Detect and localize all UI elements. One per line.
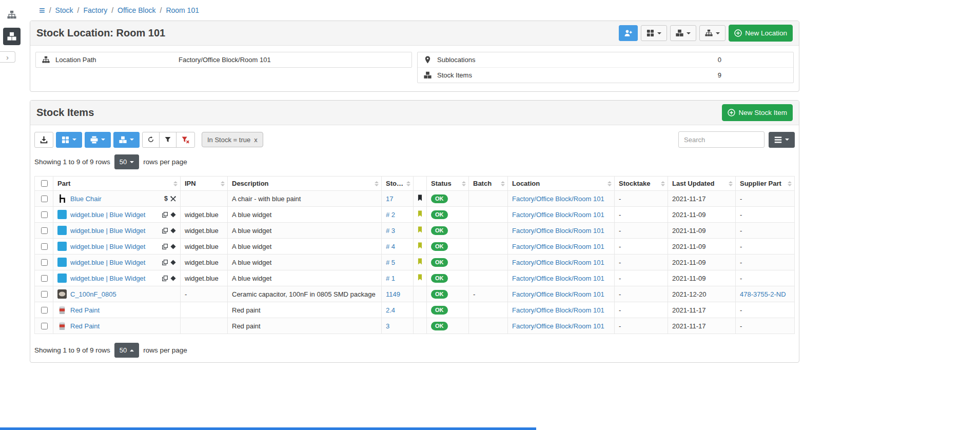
- location-actions-button[interactable]: [699, 25, 726, 41]
- last-updated-cell: 2021-11-17: [668, 191, 736, 207]
- stock-quantity-link[interactable]: # 4: [386, 243, 395, 250]
- caret-down-icon: [72, 139, 76, 141]
- table-row[interactable]: widget.blue | Blue Widget widget.blue A …: [35, 270, 795, 286]
- column-header-last-updated[interactable]: Last Updated: [668, 177, 736, 191]
- search-input[interactable]: [678, 131, 765, 148]
- stock-quantity-link[interactable]: 17: [386, 195, 393, 203]
- part-link[interactable]: widget.blue | Blue Widget: [70, 259, 145, 266]
- row-checkbox[interactable]: [41, 307, 48, 314]
- supplier-part-link[interactable]: 478-3755-2-ND: [740, 290, 786, 298]
- description-cell: Red paint: [228, 318, 382, 334]
- filter-button[interactable]: [159, 132, 177, 148]
- column-header-ipn[interactable]: IPN: [181, 177, 228, 191]
- stock-quantity-link[interactable]: 3: [386, 322, 389, 330]
- part-thumbnail: [57, 210, 67, 219]
- export-button[interactable]: [34, 132, 53, 148]
- stock-quantity-link[interactable]: # 1: [386, 275, 395, 282]
- part-link[interactable]: Blue Chair: [70, 195, 102, 203]
- table-row[interactable]: widget.blue | Blue Widget widget.blue A …: [35, 223, 795, 239]
- part-link[interactable]: widget.blue | Blue Widget: [70, 227, 145, 234]
- part-link[interactable]: widget.blue | Blue Widget: [70, 275, 145, 282]
- column-header-description[interactable]: Description: [228, 177, 382, 191]
- stocktake-cell: -: [615, 207, 668, 223]
- stock-quantity-link[interactable]: # 2: [386, 211, 395, 219]
- part-link[interactable]: widget.blue | Blue Widget: [70, 211, 145, 219]
- table-row[interactable]: widget.blue | Blue Widget widget.blue A …: [35, 207, 795, 223]
- table-row[interactable]: Blue Chair $ A chair - with blue paint 1…: [35, 191, 795, 207]
- table-row[interactable]: Red Paint Red paint 2.4 OK Factory/Offic…: [35, 302, 795, 318]
- location-link[interactable]: Factory/Office Block/Room 101: [512, 306, 604, 314]
- sidebar-item-stock[interactable]: [3, 28, 21, 45]
- stocktake-cell: -: [615, 223, 668, 239]
- location-link[interactable]: Factory/Office Block/Room 101: [512, 211, 604, 219]
- column-header-supplier-part[interactable]: Supplier Part: [736, 177, 795, 191]
- location-link[interactable]: Factory/Office Block/Room 101: [512, 195, 604, 203]
- table-row[interactable]: widget.blue | Blue Widget widget.blue A …: [35, 255, 795, 270]
- location-link[interactable]: Factory/Office Block/Room 101: [512, 243, 604, 250]
- column-header-location[interactable]: Location: [508, 177, 615, 191]
- stock-actions-button[interactable]: [670, 25, 696, 41]
- breadcrumb-link-office-block[interactable]: Office Block: [117, 6, 155, 14]
- part-thumbnail: [57, 305, 67, 315]
- location-link[interactable]: Factory/Office Block/Room 101: [512, 322, 604, 330]
- row-checkbox[interactable]: [41, 227, 48, 234]
- template-copy-icon: [162, 244, 168, 249]
- plus-circle-icon: [728, 109, 735, 116]
- column-select-button[interactable]: [769, 132, 795, 148]
- row-checkbox[interactable]: [41, 196, 48, 202]
- caret-down-icon: [657, 32, 661, 34]
- row-checkbox[interactable]: [41, 243, 48, 250]
- row-checkbox[interactable]: [41, 275, 48, 282]
- part-link[interactable]: C_100nF_0805: [70, 290, 116, 298]
- row-checkbox[interactable]: [41, 211, 48, 218]
- table-row[interactable]: C_100nF_0805 - Ceramic capacitor, 100nF …: [35, 286, 795, 302]
- location-link[interactable]: Factory/Office Block/Room 101: [512, 227, 604, 234]
- breadcrumb-link-factory[interactable]: Factory: [83, 6, 107, 14]
- new-stock-item-button[interactable]: New Stock Item: [722, 104, 793, 121]
- clear-filters-button[interactable]: [176, 132, 195, 148]
- stock-quantity-link[interactable]: # 3: [386, 227, 395, 234]
- barcode-actions-button[interactable]: [641, 25, 667, 41]
- column-header-batch[interactable]: Batch: [469, 177, 508, 191]
- breadcrumb-link-stock[interactable]: Stock: [55, 6, 73, 14]
- page-size-dropdown[interactable]: 50: [114, 343, 139, 358]
- table-row[interactable]: widget.blue | Blue Widget widget.blue A …: [35, 239, 795, 255]
- location-link[interactable]: Factory/Office Block/Room 101: [512, 259, 604, 266]
- print-actions-button[interactable]: [85, 132, 111, 148]
- select-all-checkbox[interactable]: [41, 180, 48, 187]
- row-checkbox[interactable]: [41, 323, 48, 329]
- sidebar-item-parts[interactable]: [3, 6, 21, 24]
- location-link[interactable]: Factory/Office Block/Room 101: [512, 290, 604, 298]
- stock-quantity-link[interactable]: # 5: [386, 259, 395, 266]
- assign-user-button[interactable]: [619, 25, 638, 41]
- stock-quantity-link[interactable]: 1149: [386, 290, 400, 298]
- sort-icon: [788, 181, 792, 186]
- page-size-value: 50: [120, 158, 127, 166]
- column-header-stocktake[interactable]: Stocktake: [615, 177, 668, 191]
- menu-icon[interactable]: ≡: [39, 5, 45, 15]
- last-updated-cell: 2021-11-17: [668, 302, 736, 318]
- stock-items-card: Stock Items New Stock Item In Stock = tr…: [30, 100, 799, 363]
- showing-rows-text: Showing 1 to 9 of 9 rows: [34, 346, 110, 354]
- sidebar-expand-button[interactable]: ›: [0, 51, 15, 63]
- remove-filter-icon[interactable]: x: [254, 136, 258, 144]
- table-row[interactable]: Red Paint Red paint 3 OK Factory/Office …: [35, 318, 795, 334]
- row-checkbox[interactable]: [41, 259, 48, 266]
- new-location-button[interactable]: New Location: [729, 25, 793, 42]
- stock-options-button[interactable]: [113, 132, 140, 148]
- breadcrumb-link-room-101[interactable]: Room 101: [166, 6, 199, 14]
- stock-quantity-link[interactable]: 2.4: [386, 306, 395, 314]
- column-header-part[interactable]: Part: [53, 177, 181, 191]
- barcode-actions-button[interactable]: [56, 132, 82, 148]
- column-header-status[interactable]: Status: [427, 177, 469, 191]
- part-link[interactable]: Red Paint: [70, 322, 100, 330]
- stock-table-wrap: Part IPN Description Stock Status Batch …: [30, 174, 799, 338]
- refresh-button[interactable]: [142, 132, 160, 148]
- location-link[interactable]: Factory/Office Block/Room 101: [512, 275, 604, 282]
- stock-boxes-icon: [424, 71, 437, 79]
- page-size-dropdown[interactable]: 50: [114, 154, 139, 169]
- part-link[interactable]: Red Paint: [70, 306, 100, 314]
- column-header-stock[interactable]: Stock: [382, 177, 414, 191]
- row-checkbox[interactable]: [41, 291, 48, 298]
- part-link[interactable]: widget.blue | Blue Widget: [70, 243, 145, 250]
